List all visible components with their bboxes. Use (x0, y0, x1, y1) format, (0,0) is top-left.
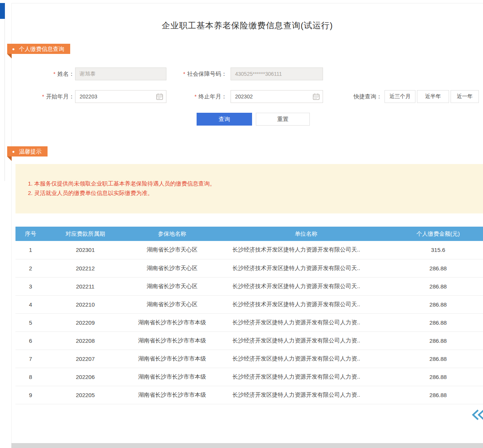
cell-amount: 286.88 (393, 313, 483, 331)
header-employer: 单位名称 (219, 227, 393, 241)
cell-insured-place: 湖南省长沙市天心区 (125, 241, 219, 259)
cell-period: 202205 (46, 386, 125, 404)
cell-employer: 长沙经济技术开发区捷特人力资源开发有限公司天.. (219, 241, 393, 259)
cell-employer: 长沙经济开发区捷特人力资源开发有限公司人力资.. (219, 350, 393, 368)
cell-period: 202210 (46, 295, 125, 313)
quick-query-group: 近三个月 近半年 近一年 (385, 90, 479, 103)
section-tag-tips: ●温馨提示 (7, 146, 48, 156)
table-row: 9 202205 湖南省长沙市长沙市市本级 长沙经济开发区捷特人力资源开发有限公… (15, 386, 483, 404)
bottom-scrollbar-track[interactable] (11, 443, 483, 448)
start-month-field[interactable] (75, 90, 166, 103)
tips-notice-box: 1. 本服务仅提供尚未领取企业职工基本养老保险待遇人员的缴费信息查询。 2. 灵… (15, 164, 483, 213)
header-seq: 序号 (15, 227, 46, 241)
page-title: 企业职工基本养老保险缴费信息查询(试运行) (12, 20, 483, 31)
cell-amount: 286.88 (393, 259, 483, 277)
cell-period: 202208 (46, 331, 125, 350)
table-body: 1 202301 湖南省长沙市天心区 长沙经济技术开发区捷特人力资源开发有限公司… (15, 241, 483, 404)
tip-line: 1. 本服务仅提供尚未领取企业职工基本养老保险待遇人员的缴费信息查询。 (28, 179, 475, 188)
cell-amount: 286.88 (393, 277, 483, 295)
cell-period: 202207 (46, 350, 125, 368)
cell-insured-place: 湖南省长沙市天心区 (125, 277, 219, 295)
cell-insured-place: 湖南省长沙市天心区 (125, 259, 219, 277)
name-field (75, 68, 166, 80)
quick-button-last-3-months[interactable]: 近三个月 (385, 90, 415, 103)
bullet-icon: ● (12, 44, 15, 54)
cell-amount: 286.88 (393, 386, 483, 404)
table-row: 6 202208 湖南省长沙市长沙市市本级 长沙经济开发区捷特人力资源开发有限公… (15, 331, 483, 350)
left-rail-divider (5, 19, 5, 181)
required-mark: * (54, 71, 55, 77)
sidebar-corner-tab[interactable] (0, 3, 5, 19)
section-tag-label: 个人缴费信息查询 (19, 46, 64, 52)
cell-seq: 2 (15, 259, 46, 277)
collapse-double-left-chevron-icon[interactable] (471, 408, 483, 422)
cell-period: 202206 (46, 368, 125, 386)
cell-employer: 长沙经济技术开发区捷特人力资源开发有限公司天.. (219, 259, 393, 277)
required-mark: * (183, 71, 185, 77)
start-month-label: *开始年月： (27, 90, 74, 103)
cell-employer: 长沙经济技术开发区捷特人力资源开发有限公司天.. (219, 295, 393, 313)
main-panel: 企业职工基本养老保险缴费信息查询(试运行) ●个人缴费信息查询 *姓名： *社会… (11, 3, 483, 443)
cell-insured-place: 湖南省长沙市长沙市市本级 (125, 331, 219, 350)
cell-seq: 8 (15, 368, 46, 386)
table-row: 1 202301 湖南省长沙市天心区 长沙经济技术开发区捷特人力资源开发有限公司… (15, 241, 483, 259)
ssn-label: *社会保障号码： (170, 68, 227, 80)
cell-amount: 286.88 (393, 350, 483, 368)
table-header-row: 序号 对应费款所属期 参保地名称 单位名称 个人缴费金额(元) (15, 227, 483, 241)
header-amount: 个人缴费金额(元) (393, 227, 483, 241)
cell-amount: 286.88 (393, 295, 483, 313)
cell-employer: 长沙经济开发区捷特人力资源开发有限公司人力资.. (219, 313, 393, 331)
cell-period: 202212 (46, 259, 125, 277)
quick-button-last-half-year[interactable]: 近半年 (417, 90, 449, 103)
calendar-icon[interactable] (312, 93, 320, 100)
table-row: 4 202210 湖南省长沙市天心区 长沙经济技术开发区捷特人力资源开发有限公司… (15, 295, 483, 313)
bullet-icon: ● (12, 147, 15, 157)
cell-period: 202211 (46, 277, 125, 295)
cell-insured-place: 湖南省长沙市长沙市市本级 (125, 368, 219, 386)
cell-seq: 7 (15, 350, 46, 368)
ribbon-fold (7, 54, 12, 58)
tip-line: 2. 灵活就业人员的缴费单位信息以实际缴费为准。 (28, 188, 475, 198)
required-mark: * (42, 94, 44, 100)
query-button[interactable]: 查询 (197, 113, 252, 126)
cell-amount: 315.6 (393, 241, 483, 259)
cell-employer: 长沙经济开发区捷特人力资源开发有限公司人力资.. (219, 331, 393, 350)
cell-employer: 长沙经济开发区捷特人力资源开发有限公司人力资.. (219, 386, 393, 404)
cell-insured-place: 湖南省长沙市长沙市市本级 (125, 386, 219, 404)
payment-results-table: 序号 对应费款所属期 参保地名称 单位名称 个人缴费金额(元) 1 202301… (15, 227, 483, 404)
cell-amount: 286.88 (393, 331, 483, 350)
cell-seq: 1 (15, 241, 46, 259)
name-label: *姓名： (27, 68, 74, 80)
quick-button-last-year[interactable]: 近一年 (451, 90, 479, 103)
cell-seq: 6 (15, 331, 46, 350)
cell-amount: 286.88 (393, 368, 483, 386)
table-row: 2 202212 湖南省长沙市天心区 长沙经济技术开发区捷特人力资源开发有限公司… (15, 259, 483, 277)
cell-seq: 4 (15, 295, 46, 313)
calendar-icon[interactable] (156, 93, 163, 100)
cell-employer: 长沙经济技术开发区捷特人力资源开发有限公司天.. (219, 277, 393, 295)
table-row: 5 202209 湖南省长沙市长沙市市本级 长沙经济开发区捷特人力资源开发有限公… (15, 313, 483, 331)
cell-employer: 长沙经济开发区捷特人力资源开发有限公司人力资.. (219, 368, 393, 386)
reset-button[interactable]: 重置 (256, 113, 310, 126)
required-mark: * (195, 94, 197, 100)
table-row: 8 202206 湖南省长沙市长沙市市本级 长沙经济开发区捷特人力资源开发有限公… (15, 368, 483, 386)
header-period: 对应费款所属期 (46, 227, 125, 241)
cell-period: 202209 (46, 313, 125, 331)
section-tag-label: 温馨提示 (19, 148, 42, 155)
section-tag-personal-payment-query: ●个人缴费信息查询 (7, 44, 70, 54)
cell-insured-place: 湖南省长沙市长沙市市本级 (125, 350, 219, 368)
cell-seq: 3 (15, 277, 46, 295)
header-insured-place: 参保地名称 (125, 227, 219, 241)
ribbon-fold (7, 156, 12, 161)
cell-insured-place: 湖南省长沙市长沙市市本级 (125, 313, 219, 331)
cell-period: 202301 (46, 241, 125, 259)
table-row: 7 202207 湖南省长沙市长沙市市本级 长沙经济开发区捷特人力资源开发有限公… (15, 350, 483, 368)
cell-seq: 5 (15, 313, 46, 331)
table-row: 3 202211 湖南省长沙市天心区 长沙经济技术开发区捷特人力资源开发有限公司… (15, 277, 483, 295)
ssn-field (231, 68, 323, 80)
end-month-field[interactable] (231, 90, 323, 103)
quick-query-label: 快捷查询： (349, 90, 382, 103)
end-month-label: *终止年月： (170, 90, 227, 103)
cell-insured-place: 湖南省长沙市天心区 (125, 295, 219, 313)
cell-seq: 9 (15, 386, 46, 404)
